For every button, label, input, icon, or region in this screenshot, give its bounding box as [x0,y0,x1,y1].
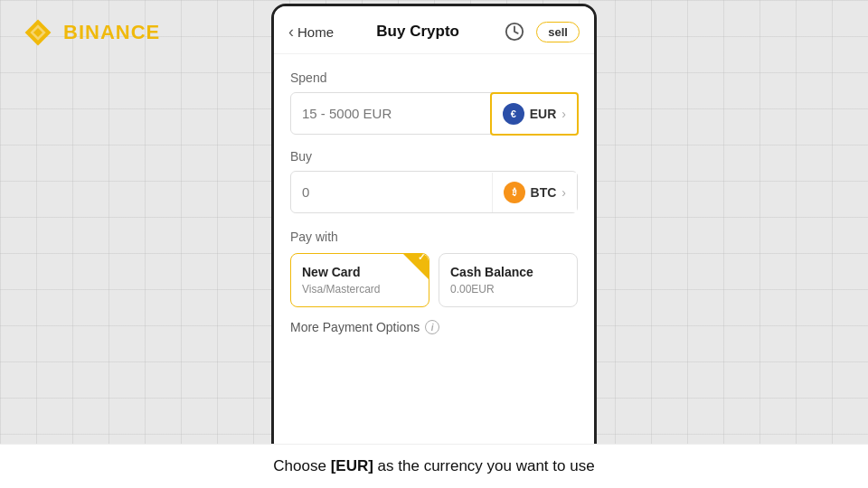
new-card-option[interactable]: New Card Visa/Mastercard [290,253,429,307]
instruction-highlighted: [EUR] [331,457,373,474]
buy-label: Buy [290,149,578,164]
selected-corner-indicator [403,254,429,279]
payment-options: New Card Visa/Mastercard Cash Balance 0.… [290,253,578,307]
cash-balance-option[interactable]: Cash Balance 0.00EUR [439,253,578,307]
new-card-title: New Card [302,265,418,279]
back-label: Home [297,24,334,40]
btc-currency-selector[interactable]: ₿ BTC › [492,173,577,212]
buy-section: Buy ₿ BTC › [290,149,578,213]
page-title: Buy Crypto [376,23,459,41]
cash-balance-title: Cash Balance [450,265,566,279]
nav-bar: ‹ Home Buy Crypto sell [274,6,594,54]
eur-currency-name: EUR [530,107,557,121]
spend-label: Spend [290,70,578,85]
spend-row: € EUR › [290,92,578,135]
instruction-prefix: Choose [273,457,330,474]
eur-icon: € [503,103,524,125]
nav-actions: sell [502,19,580,44]
binance-logo-icon [22,16,54,49]
spend-input[interactable] [291,93,492,134]
main-content: Spend € EUR › Buy ₿ BTC › Pay with [274,54,594,482]
btc-chevron-icon: › [561,185,566,200]
cash-balance-amount: 0.00EUR [450,283,566,296]
more-payment-options[interactable]: More Payment Options i [290,320,578,334]
binance-logo-text: BINANCE [63,21,160,44]
info-icon: i [425,320,439,334]
pay-with-section: Pay with New Card Visa/Mastercard Cash B… [290,230,578,334]
bottom-instruction: Choose [EUR] as the currency you want to… [0,444,868,488]
btc-currency-name: BTC [531,185,557,200]
back-arrow-icon: ‹ [288,23,294,42]
more-payment-label: More Payment Options [290,320,420,334]
pay-with-label: Pay with [290,230,578,244]
back-button[interactable]: ‹ Home [288,23,334,42]
new-card-subtitle: Visa/Mastercard [302,283,418,296]
buy-input[interactable] [291,172,492,212]
btc-icon: ₿ [504,182,525,203]
binance-logo: BINANCE [22,16,160,49]
instruction-suffix: as the currency you want to use [373,457,595,474]
buy-row: ₿ BTC › [290,171,578,213]
eur-currency-selector[interactable]: € EUR › [490,92,579,136]
history-button[interactable] [502,19,527,44]
sell-button[interactable]: sell [536,22,580,42]
eur-chevron-icon: › [561,107,566,121]
phone-frame: ‹ Home Buy Crypto sell Spend € EUR › [271,4,597,484]
